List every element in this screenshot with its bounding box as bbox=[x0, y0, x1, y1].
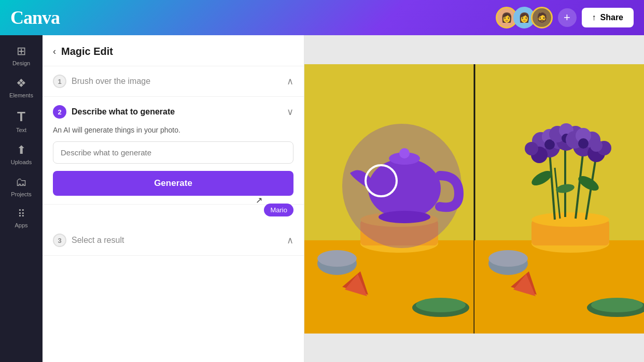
step-3: 3 Select a result ∧ bbox=[43, 225, 304, 256]
elements-icon: ❖ bbox=[16, 77, 26, 90]
step-2-header[interactable]: 2 Describe what to generate ∨ bbox=[53, 105, 293, 119]
svg-point-9 bbox=[399, 148, 410, 158]
text-icon: T bbox=[17, 109, 25, 125]
sidebar-item-label-text: Text bbox=[16, 127, 26, 133]
step-3-chevron: ∧ bbox=[287, 235, 293, 246]
avatar-3: 🧔 bbox=[531, 7, 553, 28]
svg-point-43 bbox=[578, 138, 589, 149]
header-right: 👩 👩 🧔 + ↑ Share bbox=[496, 7, 634, 28]
share-label: Share bbox=[600, 13, 623, 22]
step-2-content: An AI will generate things in your photo… bbox=[53, 119, 293, 196]
canvas-svg bbox=[304, 64, 644, 334]
cursor-tooltip: Mario bbox=[264, 204, 293, 216]
step-2: 2 Describe what to generate ∨ An AI will… bbox=[43, 97, 304, 205]
sidebar-item-apps[interactable]: ⠿ Apps bbox=[3, 204, 39, 233]
sidebar-item-label-elements: Elements bbox=[9, 92, 33, 98]
sidebar-item-label-uploads: Uploads bbox=[11, 159, 32, 165]
svg-point-10 bbox=[379, 211, 430, 223]
svg-point-15 bbox=[416, 298, 466, 312]
upload-icon: ↑ bbox=[592, 13, 596, 22]
sidebar-item-design[interactable]: ⊞ Design bbox=[3, 40, 39, 70]
step-1-number: 1 bbox=[53, 75, 66, 88]
step-3-title-row: 3 Select a result bbox=[53, 234, 124, 247]
add-collaborator-button[interactable]: + bbox=[558, 8, 577, 27]
apps-icon: ⠿ bbox=[18, 208, 25, 220]
svg-point-13 bbox=[317, 250, 357, 267]
back-button[interactable]: ‹ bbox=[53, 46, 56, 57]
share-button[interactable]: ↑ Share bbox=[582, 8, 634, 27]
sidebar-item-elements[interactable]: ❖ Elements bbox=[3, 73, 39, 103]
step-2-label: Describe what to generate bbox=[72, 107, 175, 117]
step-1-header[interactable]: 1 Brush over the image ∧ bbox=[53, 75, 293, 88]
sidebar-item-uploads[interactable]: ⬆ Uploads bbox=[3, 139, 39, 169]
sidebar-item-label-apps: Apps bbox=[15, 222, 27, 228]
step-3-header[interactable]: 3 Select a result ∧ bbox=[53, 234, 293, 247]
sidebar-item-text[interactable]: T Text bbox=[3, 105, 39, 137]
svg-point-50 bbox=[488, 250, 528, 267]
sidebar-item-label-design: Design bbox=[12, 60, 30, 66]
sidebar-item-projects[interactable]: 🗂 Projects bbox=[3, 171, 39, 201]
canvas-container bbox=[304, 64, 644, 334]
generate-button-area: Generate ↗ Mario bbox=[53, 171, 293, 196]
projects-icon: 🗂 bbox=[16, 176, 27, 189]
main-area: ⊞ Design ❖ Elements T Text ⬆ Uploads 🗂 P… bbox=[0, 35, 644, 362]
magic-edit-panel: ‹ Magic Edit 1 Brush over the image ∧ 2 … bbox=[43, 35, 304, 362]
cursor-arrow-icon: ↗ bbox=[256, 195, 262, 205]
step-3-number: 3 bbox=[53, 234, 66, 247]
svg-point-46 bbox=[590, 139, 603, 152]
step-2-title-row: 2 Describe what to generate bbox=[53, 105, 175, 119]
design-icon: ⊞ bbox=[17, 45, 26, 58]
header: Canva 👩 👩 🧔 + ↑ Share bbox=[0, 0, 644, 35]
svg-point-20 bbox=[531, 212, 609, 227]
step-1: 1 Brush over the image ∧ bbox=[43, 66, 304, 97]
step-1-label: Brush over the image bbox=[72, 77, 150, 86]
step-1-chevron: ∧ bbox=[287, 76, 293, 87]
svg-point-7 bbox=[368, 158, 441, 219]
generate-description-input[interactable]: A bunch of purple flowers bbox=[53, 141, 293, 164]
svg-point-52 bbox=[591, 298, 643, 312]
generate-button[interactable]: Generate bbox=[53, 171, 293, 196]
svg-point-48 bbox=[525, 142, 538, 155]
uploads-icon: ⬆ bbox=[17, 143, 26, 157]
step-2-chevron: ∨ bbox=[287, 106, 293, 118]
canvas-area bbox=[304, 35, 644, 362]
panel-header: ‹ Magic Edit bbox=[43, 35, 304, 66]
step-2-description: An AI will generate things in your photo… bbox=[53, 126, 293, 134]
step-2-number: 2 bbox=[53, 105, 66, 119]
canva-logo: Canva bbox=[10, 7, 60, 28]
panel-title: Magic Edit bbox=[61, 46, 113, 57]
collaborator-avatars: 👩 👩 🧔 bbox=[496, 7, 553, 28]
step-1-title-row: 1 Brush over the image bbox=[53, 75, 150, 88]
sidebar-item-label-projects: Projects bbox=[11, 191, 32, 197]
step-3-label: Select a result bbox=[72, 236, 124, 245]
sidebar: ⊞ Design ❖ Elements T Text ⬆ Uploads 🗂 P… bbox=[0, 35, 43, 362]
